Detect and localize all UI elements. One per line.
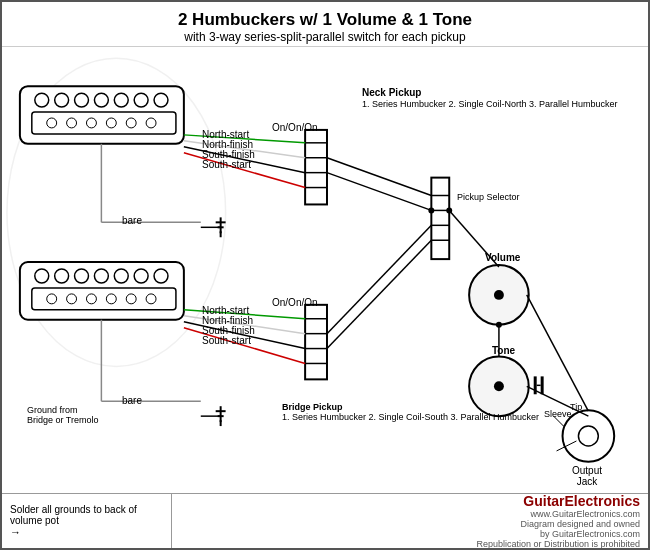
selector-label: Pickup Selector	[457, 192, 520, 202]
svg-point-2	[35, 93, 49, 107]
neck-pickup-label: Neck Pickup 1. Series Humbucker 2. Singl…	[362, 87, 618, 109]
svg-point-26	[67, 294, 77, 304]
page-container: 2 Humbuckers w/ 1 Volume & 1 Tone with 3…	[0, 0, 650, 550]
svg-line-64	[327, 158, 431, 196]
svg-rect-16	[20, 262, 184, 320]
svg-rect-36	[305, 305, 327, 380]
svg-point-30	[146, 294, 156, 304]
svg-line-67	[327, 240, 431, 348]
diagram-area: Neck Pickup 1. Series Humbucker 2. Singl…	[2, 47, 648, 507]
sub-title: with 3-way series-split-parallel switch …	[2, 30, 648, 44]
main-title: 2 Humbuckers w/ 1 Volume & 1 Tone	[2, 10, 648, 30]
tone-label: Tone	[492, 345, 515, 356]
svg-rect-31	[305, 130, 327, 205]
svg-point-49	[494, 381, 504, 391]
tip-label: Tip	[570, 402, 582, 412]
svg-point-11	[67, 118, 77, 128]
svg-point-27	[86, 294, 96, 304]
svg-point-10	[47, 118, 57, 128]
svg-point-6	[114, 93, 128, 107]
svg-point-8	[154, 93, 168, 107]
wiring-diagram	[2, 47, 648, 507]
svg-rect-24	[32, 288, 176, 310]
svg-line-83	[557, 441, 577, 451]
svg-rect-41	[431, 178, 449, 259]
svg-rect-9	[32, 112, 176, 134]
svg-point-5	[94, 93, 108, 107]
neck-south-start-label: South-start	[202, 159, 251, 170]
svg-point-12	[86, 118, 96, 128]
neck-bare-label: bare	[122, 215, 142, 226]
svg-point-0	[7, 58, 226, 366]
svg-point-89	[496, 322, 502, 328]
svg-line-65	[327, 173, 431, 211]
svg-point-7	[134, 93, 148, 107]
svg-point-51	[578, 426, 598, 446]
svg-point-18	[55, 269, 69, 283]
svg-point-87	[446, 207, 452, 213]
bridge-pickup-info: Bridge Pickup 1. Series Humbucker 2. Sin…	[282, 402, 539, 422]
svg-point-88	[428, 207, 434, 213]
svg-point-19	[75, 269, 89, 283]
svg-point-15	[146, 118, 156, 128]
svg-point-29	[126, 294, 136, 304]
svg-point-4	[75, 93, 89, 107]
bridge-south-start-label: South-start	[202, 335, 251, 346]
sleeve-label: Sleeve	[544, 409, 572, 419]
svg-point-46	[469, 265, 529, 325]
svg-point-13	[106, 118, 116, 128]
svg-point-3	[55, 93, 69, 107]
svg-rect-85	[541, 376, 544, 394]
neck-switch-label: On/On/On	[272, 122, 318, 133]
copyright-area: GuitarElectronics www.GuitarElectronics.…	[172, 494, 648, 548]
svg-rect-84	[534, 376, 537, 394]
volume-label: Volume	[485, 252, 520, 263]
svg-point-28	[106, 294, 116, 304]
svg-point-23	[154, 269, 168, 283]
svg-point-47	[494, 290, 504, 300]
svg-point-20	[94, 269, 108, 283]
solder-note: Solder all grounds to back of volume pot…	[2, 494, 172, 548]
svg-point-17	[35, 269, 49, 283]
svg-line-71	[527, 295, 589, 411]
svg-point-14	[126, 118, 136, 128]
svg-rect-1	[20, 86, 184, 144]
bridge-bare-label: bare	[122, 395, 142, 406]
svg-point-25	[47, 294, 57, 304]
bottom-strip: Solder all grounds to back of volume pot…	[2, 493, 648, 548]
svg-line-66	[327, 225, 431, 333]
bridge-switch-label: On/On/On	[272, 297, 318, 308]
title-area: 2 Humbuckers w/ 1 Volume & 1 Tone with 3…	[2, 2, 648, 47]
svg-point-22	[134, 269, 148, 283]
bridge-ground-label: Ground fromBridge or Tremolo	[27, 405, 99, 425]
output-label: OutputJack	[572, 465, 602, 487]
svg-point-21	[114, 269, 128, 283]
